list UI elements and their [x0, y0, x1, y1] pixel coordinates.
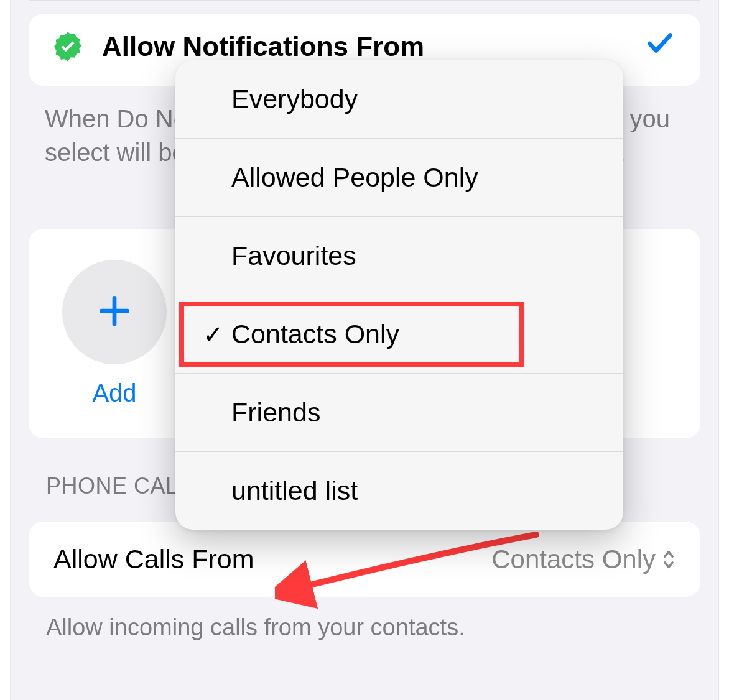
dropdown-option-friends[interactable]: Friends: [175, 374, 623, 452]
phone-calls-footer: Allow incoming calls from your contacts.: [11, 597, 718, 647]
add-label: Add: [92, 379, 136, 407]
checkmark-icon: [644, 27, 676, 66]
dropdown-option-untitled-list[interactable]: untitled list: [175, 452, 623, 530]
calls-from-dropdown: Everybody Allowed People Only Favourites…: [175, 60, 623, 530]
allow-calls-value-wrap: Contacts Only: [491, 545, 676, 574]
allow-notifications-title: Allow Notifications From: [102, 31, 627, 62]
add-person-button[interactable]: Add: [62, 260, 167, 407]
add-circle[interactable]: [62, 260, 167, 364]
allow-calls-value: Contacts Only: [491, 545, 656, 574]
divider: [29, 0, 700, 1]
dropdown-option-contacts-only[interactable]: ✓ Contacts Only: [175, 295, 623, 374]
allow-calls-label: Allow Calls From: [53, 544, 254, 574]
verified-badge-icon: [51, 30, 85, 63]
plus-icon: [95, 292, 134, 333]
dropdown-option-favourites[interactable]: Favourites: [175, 217, 623, 295]
up-down-chevron-icon: [662, 548, 676, 571]
check-icon: ✓: [195, 320, 231, 349]
allow-calls-from-row[interactable]: Allow Calls From Contacts Only: [29, 522, 700, 597]
dropdown-option-allowed-people[interactable]: Allowed People Only: [175, 139, 623, 217]
dropdown-option-everybody[interactable]: Everybody: [175, 60, 623, 139]
